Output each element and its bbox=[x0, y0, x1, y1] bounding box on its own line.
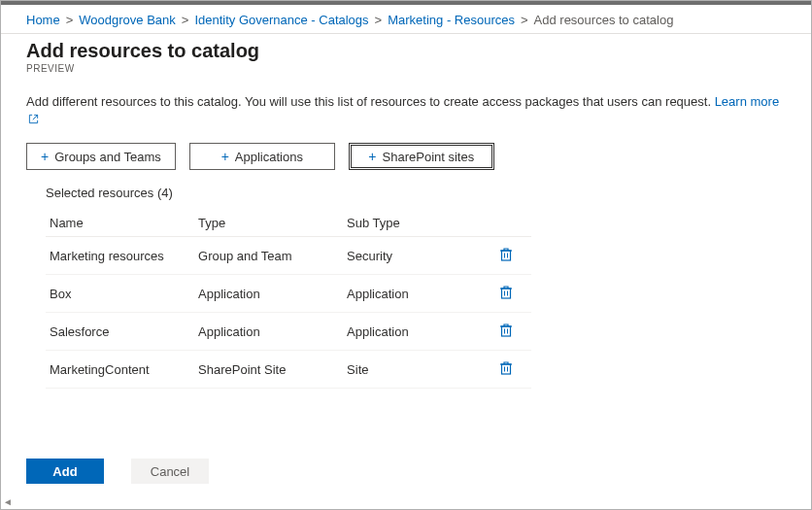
cell-subtype: Site bbox=[343, 351, 491, 389]
breadcrumb-current: Add resources to catalog bbox=[534, 13, 674, 27]
cell-type: Group and Team bbox=[194, 237, 343, 275]
trash-icon bbox=[499, 247, 513, 265]
cell-subtype: Application bbox=[343, 275, 491, 313]
cell-subtype: Application bbox=[343, 313, 491, 351]
intro-body: Add different resources to this catalog.… bbox=[26, 94, 715, 109]
table-row: SalesforceApplicationApplication bbox=[46, 313, 531, 351]
delete-row-button[interactable] bbox=[495, 245, 517, 266]
tab-applications[interactable]: + Applications bbox=[189, 143, 335, 170]
table-header-row: Name Type Sub Type bbox=[46, 210, 531, 237]
chevron-right-icon: > bbox=[66, 13, 74, 27]
column-name[interactable]: Name bbox=[46, 210, 194, 237]
breadcrumb-identity-governance[interactable]: Identity Governance - Catalogs bbox=[194, 13, 368, 27]
svg-rect-2 bbox=[502, 326, 511, 336]
table-row: BoxApplicationApplication bbox=[46, 275, 531, 313]
page-title: Add resources to catalog bbox=[26, 40, 786, 62]
delete-row-button[interactable] bbox=[495, 321, 517, 342]
cell-subtype: Security bbox=[343, 237, 491, 275]
breadcrumb-marketing-resources[interactable]: Marketing - Resources bbox=[388, 13, 515, 27]
table-row: MarketingContentSharePoint SiteSite bbox=[46, 351, 531, 389]
tab-label: Applications bbox=[235, 150, 303, 164]
cell-name: MarketingContent bbox=[46, 351, 194, 389]
cell-type: Application bbox=[194, 275, 343, 313]
chevron-right-icon: > bbox=[375, 13, 383, 27]
footer-actions: Add Cancel bbox=[26, 459, 209, 484]
add-button[interactable]: Add bbox=[26, 459, 104, 484]
breadcrumb-woodgrove[interactable]: Woodgrove Bank bbox=[79, 13, 176, 27]
cell-name: Box bbox=[46, 275, 194, 313]
plus-icon: + bbox=[368, 150, 376, 163]
breadcrumb-home[interactable]: Home bbox=[26, 13, 60, 27]
svg-rect-1 bbox=[502, 289, 511, 298]
cancel-button[interactable]: Cancel bbox=[131, 459, 209, 484]
delete-row-button[interactable] bbox=[495, 358, 517, 380]
cell-name: Marketing resources bbox=[46, 237, 194, 275]
cell-type: Application bbox=[194, 313, 343, 351]
scroll-left-icon[interactable]: ◄ bbox=[3, 496, 13, 507]
preview-badge: PREVIEW bbox=[26, 63, 786, 74]
table-row: Marketing resourcesGroup and TeamSecurit… bbox=[46, 237, 531, 275]
column-subtype[interactable]: Sub Type bbox=[343, 210, 491, 237]
tab-groups-teams[interactable]: + Groups and Teams bbox=[26, 143, 176, 170]
trash-icon bbox=[499, 285, 513, 303]
page-header: Add resources to catalog PREVIEW bbox=[1, 34, 811, 76]
resource-type-tabs: + Groups and Teams + Applications + Shar… bbox=[1, 143, 811, 186]
cell-name: Salesforce bbox=[46, 313, 194, 351]
intro-text: Add different resources to this catalog.… bbox=[1, 76, 811, 143]
tab-label: Groups and Teams bbox=[54, 150, 161, 164]
plus-icon: + bbox=[221, 150, 229, 163]
svg-rect-3 bbox=[502, 364, 511, 374]
breadcrumb: Home > Woodgrove Bank > Identity Governa… bbox=[1, 5, 811, 33]
chevron-right-icon: > bbox=[182, 13, 189, 27]
trash-icon bbox=[499, 360, 513, 379]
chevron-right-icon: > bbox=[521, 13, 528, 27]
column-type[interactable]: Type bbox=[194, 210, 343, 237]
cell-type: SharePoint Site bbox=[194, 351, 343, 389]
tab-sharepoint-sites[interactable]: + SharePoint sites bbox=[349, 143, 494, 170]
delete-row-button[interactable] bbox=[495, 283, 517, 304]
selected-resources-heading: Selected resources (4) bbox=[46, 186, 772, 200]
trash-icon bbox=[499, 323, 513, 341]
svg-rect-0 bbox=[502, 251, 511, 260]
plus-icon: + bbox=[41, 150, 49, 163]
selected-resources-table: Name Type Sub Type Marketing resourcesGr… bbox=[46, 210, 531, 389]
external-link-icon bbox=[28, 112, 39, 129]
tab-label: SharePoint sites bbox=[383, 150, 475, 164]
